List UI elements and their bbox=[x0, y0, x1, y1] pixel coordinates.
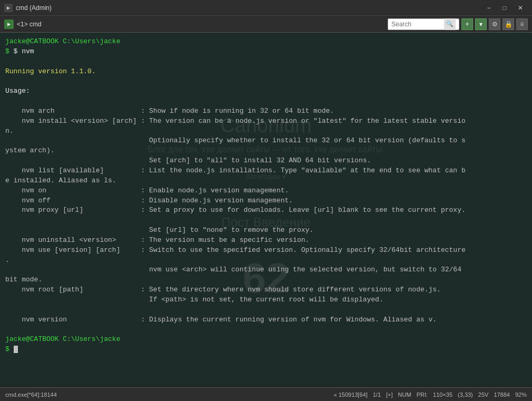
menu-bar: ▶ <1> cmd 🔍 + ▾ ⚙ 🔒 ≡ bbox=[0, 16, 532, 33]
terminal-line: nvm version : Displays the current runni… bbox=[5, 315, 527, 325]
terminal-output: nvm arch : Show if node is running in 32… bbox=[5, 106, 527, 325]
title-bar-controls: − □ ✕ bbox=[481, 3, 528, 13]
title-bar-left: ▶ cmd (Admin) bbox=[4, 4, 52, 12]
version-line: Running version 1.1.0. bbox=[5, 67, 527, 77]
config-button[interactable]: ⚙ bbox=[489, 18, 500, 30]
search-button[interactable]: 🔍 bbox=[444, 18, 456, 30]
status-process: cmd.exe[*64]:18144 bbox=[5, 392, 57, 398]
terminal-line bbox=[5, 216, 527, 226]
terminal-line: nvm on : Enable node.js version manageme… bbox=[5, 186, 527, 196]
terminal-line: Optionally specify whether to install th… bbox=[5, 136, 527, 146]
status-pri: PRI: bbox=[417, 392, 428, 398]
status-left: cmd.exe[*64]:18144 bbox=[5, 392, 57, 398]
close-button[interactable]: ✕ bbox=[513, 3, 528, 13]
status-voltage: 25V bbox=[478, 392, 489, 398]
view-button[interactable]: ≡ bbox=[516, 18, 528, 30]
terminal-body: Canonium Блог для тех, кто делает сайты … bbox=[0, 33, 532, 387]
tab-icon: ▶ bbox=[4, 19, 14, 29]
terminal-line: nvm uninstall <version> : The version mu… bbox=[5, 236, 527, 246]
tab-label[interactable]: <1> cmd bbox=[17, 21, 42, 28]
command-line-1: $ $ nvm bbox=[5, 47, 527, 57]
search-input[interactable] bbox=[391, 21, 444, 28]
status-memory: 17884 bbox=[494, 392, 510, 398]
blank-line-2 bbox=[5, 76, 527, 86]
terminal-line: If <path> is not set, the current root w… bbox=[5, 295, 527, 305]
title-bar-title: cmd (Admin) bbox=[16, 4, 52, 12]
terminal-line: nvm arch : Show if node is running in 32… bbox=[5, 106, 527, 116]
blank-line-1 bbox=[5, 57, 527, 67]
terminal-line: nvm root [path] : Set the directory wher… bbox=[5, 285, 527, 295]
terminal-line: nvm proxy [url] : Set a proxy to use for… bbox=[5, 206, 527, 216]
search-box: 🔍 bbox=[388, 18, 459, 30]
terminal-line: nvm use <arch> will continue using the s… bbox=[5, 265, 527, 275]
command-line-2: $ bbox=[5, 345, 527, 355]
status-bar: cmd.exe[*64]:18144 « 150913[64] 1/1 [+] … bbox=[0, 387, 532, 401]
blank-line-4 bbox=[5, 325, 527, 335]
terminal-line: Set [arch] to "all" to install 32 AND 64… bbox=[5, 156, 527, 166]
status-size: 110×35 bbox=[433, 392, 452, 398]
title-bar: ▶ cmd (Admin) − □ ✕ bbox=[0, 0, 532, 16]
maximize-button[interactable]: □ bbox=[497, 3, 512, 13]
menu-bar-left: ▶ <1> cmd bbox=[4, 19, 42, 29]
menu-bar-right: 🔍 + ▾ ⚙ 🔒 ≡ bbox=[388, 18, 528, 30]
dropdown-button[interactable]: ▾ bbox=[475, 18, 487, 30]
status-coords: (3,33) bbox=[458, 392, 473, 398]
prompt-line-1: jacke@CATBOOK C:\Users\jacke bbox=[5, 37, 527, 47]
blank-line-3 bbox=[5, 96, 527, 106]
status-page: 1/1 bbox=[373, 392, 381, 398]
status-num: NUM bbox=[398, 392, 411, 398]
terminal-line: Set [url] to "none" to remove the proxy. bbox=[5, 226, 527, 236]
add-tab-button[interactable]: + bbox=[461, 18, 473, 30]
title-bar-app-icon: ▶ bbox=[4, 4, 13, 12]
terminal-line bbox=[5, 305, 527, 315]
terminal-line: nvm list [available] : List the node.js … bbox=[5, 166, 527, 176]
status-mode: [+] bbox=[386, 392, 393, 398]
minimize-button[interactable]: − bbox=[481, 3, 496, 13]
terminal-line: bit mode. bbox=[5, 275, 527, 285]
lock-button[interactable]: 🔒 bbox=[503, 18, 514, 30]
terminal-line: n. bbox=[5, 126, 527, 136]
terminal-line: nvm use [version] [arch] : Switch to use… bbox=[5, 246, 527, 256]
terminal-line: . bbox=[5, 256, 527, 266]
terminal-line: ystem arch). bbox=[5, 146, 527, 156]
status-percent: 92% bbox=[515, 392, 527, 398]
terminal-line: nvm install <version> [arch] : The versi… bbox=[5, 116, 527, 126]
terminal-line: e installed. Aliased as ls. bbox=[5, 176, 527, 186]
status-right: « 150913[64] 1/1 [+] NUM PRI: 110×35 (3,… bbox=[333, 392, 527, 398]
terminal-line: nvm off : Disable node.js version manage… bbox=[5, 196, 527, 206]
status-position: « 150913[64] bbox=[333, 392, 367, 398]
usage-line: Usage: bbox=[5, 86, 527, 96]
cursor bbox=[14, 346, 18, 353]
prompt-line-2: jacke@CATBOOK C:\Users\jacke bbox=[5, 335, 527, 345]
